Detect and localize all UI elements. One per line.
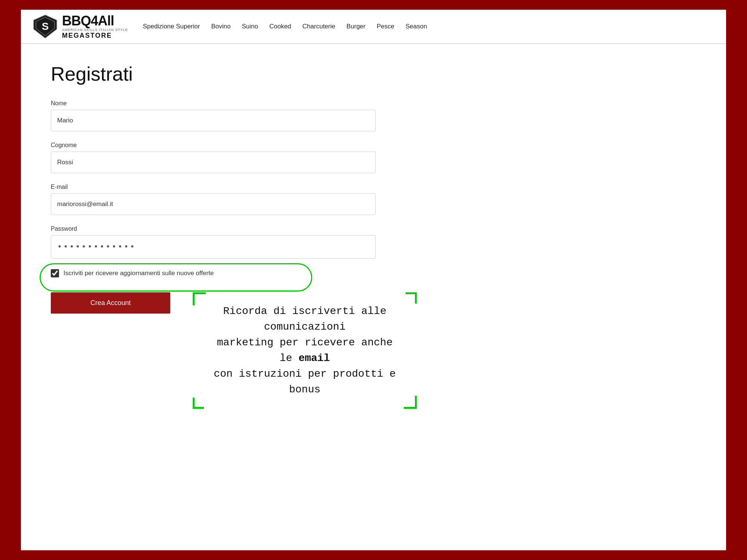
newsletter-checkbox[interactable]: [51, 269, 59, 277]
email-input[interactable]: [51, 193, 376, 215]
logo-megastore: MEGASTORE: [62, 32, 128, 40]
info-box: Ricorda di iscriverti alle comunicazioni…: [193, 292, 417, 409]
main-content: Registrati Nome Cognome E-mail Password: [21, 44, 726, 431]
info-box-text: Ricorda di iscriverti alle comunicazioni…: [208, 304, 402, 398]
nav-item-pesce[interactable]: Pesce: [376, 23, 394, 30]
page-title: Registrati: [51, 63, 696, 85]
nav-item-season[interactable]: Season: [406, 23, 427, 30]
create-account-button[interactable]: Crea Account: [51, 292, 170, 314]
nav-item-cooked[interactable]: Cooked: [269, 23, 291, 30]
cognome-input[interactable]: [51, 152, 376, 173]
info-line2-bold: email: [298, 352, 330, 364]
nome-field-group: Nome: [51, 100, 376, 131]
nav-item-charcuterie[interactable]: Charcuterie: [303, 23, 335, 30]
info-line1: Ricorda di iscriverti alle comunicazioni: [223, 305, 387, 333]
nav-item-spedizione[interactable]: Spedizione Superior: [143, 23, 200, 30]
main-nav: Spedizione Superior Bovino Suino Cooked …: [143, 23, 427, 30]
logo-area: S BBQ4All American Skills Italian Style …: [32, 13, 128, 40]
password-input[interactable]: [51, 235, 376, 259]
logo-shield-icon: S: [32, 13, 58, 40]
logo-brand: BBQ4All: [62, 13, 128, 28]
password-label: Password: [51, 225, 376, 232]
header: S BBQ4All American Skills Italian Style …: [21, 10, 726, 44]
info-box-corner-bl: [193, 398, 204, 409]
checkbox-highlight-oval: [40, 263, 312, 292]
info-box-corner-tr: [406, 292, 417, 304]
newsletter-checkbox-group: Iscriviti per ricevere aggiornamenti sul…: [51, 269, 312, 277]
nome-label: Nome: [51, 100, 376, 107]
nav-item-bovino[interactable]: Bovino: [211, 23, 231, 30]
svg-text:S: S: [42, 21, 49, 32]
cognome-field-group: Cognome: [51, 142, 376, 173]
password-field-group: Password: [51, 225, 376, 259]
cognome-label: Cognome: [51, 142, 376, 149]
nav-item-suino[interactable]: Suino: [242, 23, 258, 30]
email-field-group: E-mail: [51, 184, 376, 215]
nav-item-burger[interactable]: Burger: [346, 23, 365, 30]
bottom-area: Crea Account Ricorda di iscriverti alle …: [51, 292, 696, 409]
nome-input[interactable]: [51, 110, 376, 131]
info-line3: con istruzioni per prodotti e bonus: [214, 368, 396, 395]
email-label: E-mail: [51, 184, 376, 190]
logo-text: BBQ4All American Skills Italian Style ME…: [62, 13, 128, 39]
newsletter-checkbox-label[interactable]: Iscriviti per ricevere aggiornamenti sul…: [63, 270, 214, 277]
